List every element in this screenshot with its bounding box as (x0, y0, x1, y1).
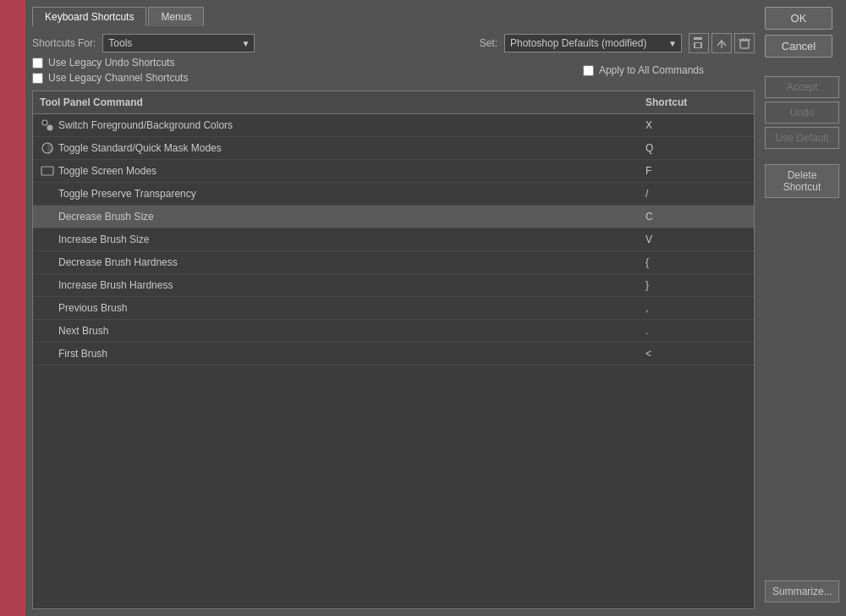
table-row[interactable]: Increase Brush SizeV (33, 228, 754, 251)
trash-icon (738, 36, 751, 50)
checkboxes-row: Use Legacy Undo Shortcuts Use Legacy Cha… (32, 57, 755, 84)
row-label: Toggle Standard/Quick Mask Modes (58, 142, 645, 154)
col-shortcut-header: Shortcut (645, 96, 747, 108)
row-label: Switch Foreground/Background Colors (58, 119, 645, 131)
table-row[interactable]: Switch Foreground/Background ColorsX (33, 114, 754, 137)
background-left (0, 0, 25, 616)
row-icon (40, 140, 55, 156)
row-icon (40, 232, 55, 247)
table-row[interactable]: Increase Brush Hardness} (33, 274, 754, 297)
save-set-button[interactable] (689, 33, 709, 53)
legacy-undo-row: Use Legacy Undo Shortcuts (32, 57, 188, 69)
row-shortcut: < (645, 348, 747, 360)
row-icon (40, 255, 55, 270)
row-shortcut: / (645, 188, 747, 200)
legacy-undo-label: Use Legacy Undo Shortcuts (48, 57, 174, 69)
row-icon (40, 209, 55, 224)
set-icon-buttons (689, 33, 755, 53)
table-row[interactable]: Next Brush. (33, 320, 754, 343)
svg-point-8 (42, 120, 47, 125)
tabs-bar: Keyboard Shortcuts Menus (32, 7, 755, 26)
row-label: Toggle Screen Modes (58, 165, 645, 177)
row-icon (40, 118, 55, 133)
svg-point-9 (47, 125, 52, 130)
ok-button[interactable]: OK (765, 7, 832, 30)
table-row[interactable]: First Brush< (33, 343, 754, 366)
row-label: Next Brush (58, 325, 645, 337)
row-icon (40, 278, 55, 293)
use-default-button[interactable]: Use Default (765, 127, 839, 149)
row-shortcut: V (645, 234, 747, 245)
row-shortcut: { (645, 256, 747, 268)
table-row[interactable]: Previous Brush, (33, 297, 754, 320)
apply-all-row: Apply to All Commands (583, 64, 704, 76)
cancel-button[interactable]: Cancel (765, 35, 832, 58)
row-label: Previous Brush (58, 302, 645, 314)
delete-set-button[interactable] (734, 33, 755, 53)
dialog-container: Keyboard Shortcuts Menus Shortcuts For: … (25, 0, 846, 616)
undo-button[interactable]: Undo (765, 102, 839, 124)
table-scroll-area[interactable]: Switch Foreground/Background ColorsX Tog… (33, 114, 754, 608)
table-row[interactable]: Decrease Brush SizeC (33, 206, 754, 228)
table-row[interactable]: Toggle Standard/Quick Mask ModesQ (33, 137, 754, 160)
row-icon (40, 163, 55, 179)
summarize-button[interactable]: Summarize... (765, 580, 839, 602)
dialog-main-area: Keyboard Shortcuts Menus Shortcuts For: … (25, 0, 761, 616)
table-row[interactable]: Toggle Screen ModesF (33, 160, 754, 183)
tab-keyboard-shortcuts[interactable]: Keyboard Shortcuts (32, 7, 146, 26)
apply-all-checkbox[interactable] (583, 65, 594, 76)
legacy-undo-checkbox[interactable] (32, 58, 43, 69)
row-label: Decrease Brush Hardness (58, 256, 645, 268)
set-label: Set: (480, 37, 497, 49)
row-shortcut: Q (645, 142, 747, 154)
col-command-header: Tool Panel Command (40, 96, 645, 108)
table-row[interactable]: Toggle Preserve Transparency/ (33, 183, 754, 206)
accept-button[interactable]: Accept (765, 76, 839, 98)
shortcuts-table: Tool Panel Command Shortcut Switch Foreg… (32, 91, 755, 609)
svg-rect-2 (695, 43, 700, 47)
shortcuts-for-dropdown-wrapper: Tools Application Menus Panel Menus Work… (102, 34, 255, 52)
row-label: Increase Brush Size (58, 234, 645, 245)
top-controls: Shortcuts For: Tools Application Menus P… (32, 33, 755, 84)
shortcuts-for-label: Shortcuts For: (32, 37, 96, 49)
row-icon (40, 300, 55, 316)
row-label: Increase Brush Hardness (58, 279, 645, 291)
set-select[interactable]: Photoshop Defaults (modified) Photoshop … (504, 34, 682, 52)
row-icon (40, 323, 55, 338)
load-set-button[interactable] (711, 33, 732, 53)
legacy-channel-checkbox[interactable] (32, 73, 43, 84)
row-shortcut: C (645, 211, 747, 223)
row-label: Toggle Preserve Transparency (58, 188, 645, 200)
set-dropdown-wrapper: Photoshop Defaults (modified) Photoshop … (504, 34, 682, 52)
row-shortcut: F (645, 165, 747, 177)
shortcuts-for-row: Shortcuts For: Tools Application Menus P… (32, 33, 755, 53)
svg-rect-0 (694, 37, 702, 40)
right-button-panel: OK Cancel Accept Undo Use Default Delete… (761, 0, 846, 616)
delete-shortcut-button[interactable]: Delete Shortcut (765, 164, 839, 198)
shortcuts-for-select[interactable]: Tools Application Menus Panel Menus Work… (102, 34, 255, 52)
row-icon (40, 186, 55, 201)
table-header: Tool Panel Command Shortcut (33, 91, 754, 114)
row-label: First Brush (58, 348, 645, 360)
legacy-channel-row: Use Legacy Channel Shortcuts (32, 72, 188, 84)
row-shortcut: } (645, 279, 747, 291)
svg-rect-11 (41, 167, 53, 175)
table-row[interactable]: Decrease Brush Hardness{ (33, 251, 754, 274)
save-icon (692, 36, 706, 50)
checkboxes-column: Use Legacy Undo Shortcuts Use Legacy Cha… (32, 57, 188, 84)
tab-menus[interactable]: Menus (148, 7, 204, 26)
row-label: Decrease Brush Size (58, 211, 645, 223)
row-icon (40, 346, 55, 361)
row-shortcut: , (645, 302, 747, 314)
legacy-channel-label: Use Legacy Channel Shortcuts (48, 72, 188, 84)
apply-all-label: Apply to All Commands (599, 64, 704, 76)
load-icon (715, 36, 728, 50)
row-shortcut: X (645, 119, 747, 131)
svg-rect-4 (740, 41, 749, 48)
row-shortcut: . (645, 325, 747, 337)
